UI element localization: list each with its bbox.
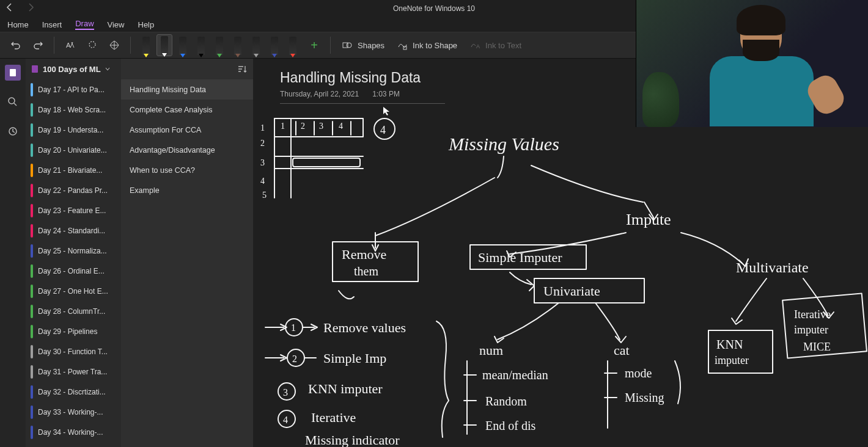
svg-rect-10 xyxy=(32,65,38,73)
recent-icon[interactable] xyxy=(5,123,21,139)
add-pen-icon[interactable]: + xyxy=(306,37,323,54)
pen-0[interactable] xyxy=(138,34,154,56)
svg-text:Simple Imp: Simple Imp xyxy=(323,351,386,366)
pen-4[interactable] xyxy=(211,34,227,56)
section-item[interactable]: Day 32 - Discrtizati... xyxy=(26,382,121,402)
svg-text:1: 1 xyxy=(260,123,265,133)
section-item[interactable]: Day 17 - API to Pa... xyxy=(26,79,121,100)
section-label: Day 34 - Working-... xyxy=(38,428,103,437)
svg-text:Random: Random xyxy=(485,394,527,408)
section-label: Day 19 - Understa... xyxy=(38,126,103,134)
svg-point-60 xyxy=(278,410,295,427)
section-item[interactable]: Day 33 - Working-... xyxy=(26,402,121,422)
page-item[interactable]: Assumption For CCA xyxy=(121,120,253,140)
section-label: Day 26 - Ordinal E... xyxy=(38,267,105,275)
pen-7[interactable] xyxy=(267,34,282,56)
text-tool-icon[interactable]: A xyxy=(62,37,79,54)
svg-text:mean/median: mean/median xyxy=(482,368,548,382)
section-item[interactable]: Day 30 - Function T... xyxy=(26,341,121,362)
svg-text:Iterative: Iterative xyxy=(794,308,831,321)
section-item[interactable]: Day 25 - Normaliza... xyxy=(26,241,121,261)
svg-text:2: 2 xyxy=(292,354,297,364)
back-arrow-icon[interactable] xyxy=(5,2,15,15)
pen-2[interactable] xyxy=(175,34,191,56)
page-item[interactable]: When to use CCA? xyxy=(121,160,253,180)
section-item[interactable]: Day 22 - Pandas Pr... xyxy=(26,180,121,200)
svg-text:MICE: MICE xyxy=(803,341,831,353)
section-item[interactable]: Day 28 - ColumnTr... xyxy=(26,301,121,321)
section-item[interactable]: Day 29 - Pipelines xyxy=(26,321,121,341)
section-item[interactable]: Day 20 - Univariate... xyxy=(26,140,121,160)
pen-1[interactable] xyxy=(156,34,172,56)
svg-text:cat: cat xyxy=(614,343,630,358)
svg-point-1 xyxy=(89,42,95,48)
section-item[interactable]: Day 23 - Feature E... xyxy=(26,200,121,220)
section-label: Day 30 - Function T... xyxy=(38,347,108,356)
menu-draw[interactable]: Draw xyxy=(75,19,94,30)
svg-text:3: 3 xyxy=(260,158,265,167)
svg-rect-39 xyxy=(470,245,586,269)
cursor-icon xyxy=(383,106,390,118)
menu-help[interactable]: Help xyxy=(138,20,155,29)
section-item[interactable]: Day 24 - Standardi... xyxy=(26,220,121,241)
pen-3[interactable] xyxy=(193,34,209,56)
page-time: 1:03 PM xyxy=(372,90,400,98)
section-item[interactable]: Day 27 - One Hot E... xyxy=(26,281,121,301)
section-label: Day 22 - Pandas Pr... xyxy=(38,186,108,195)
section-label: Day 23 - Feature E... xyxy=(38,206,106,215)
app-title: OneNote for Windows 10 xyxy=(393,4,475,13)
pan-tool-icon[interactable] xyxy=(106,37,123,54)
svg-text:A: A xyxy=(66,42,71,49)
menu-home[interactable]: Home xyxy=(7,20,29,29)
pen-8[interactable] xyxy=(285,34,301,56)
section-item[interactable]: Day 18 - Web Scra... xyxy=(26,100,121,120)
svg-text:Iterative: Iterative xyxy=(311,410,356,425)
ink-to-text-button: A Ink to Text xyxy=(466,40,525,51)
notebook-name: 100 Days of ML xyxy=(43,65,101,74)
page-item[interactable]: Handling Missing Data xyxy=(121,79,253,100)
undo-icon[interactable] xyxy=(7,37,24,54)
sort-icon[interactable] xyxy=(237,64,247,74)
search-icon[interactable] xyxy=(5,94,21,110)
svg-text:1: 1 xyxy=(291,322,296,333)
redo-icon[interactable] xyxy=(29,37,46,54)
notebook-header[interactable]: 100 Days of ML xyxy=(26,59,121,79)
svg-point-51 xyxy=(285,319,303,336)
svg-rect-35 xyxy=(333,242,418,282)
pen-5[interactable] xyxy=(230,34,246,56)
pen-6[interactable] xyxy=(248,34,264,56)
svg-text:imputer: imputer xyxy=(715,354,749,366)
section-item[interactable]: Day 21 - Bivariate... xyxy=(26,160,121,180)
section-item[interactable]: Day 19 - Understa... xyxy=(26,120,121,140)
section-item[interactable]: Day 31 - Power Tra... xyxy=(26,362,121,382)
svg-point-54 xyxy=(287,349,304,366)
svg-text:A: A xyxy=(476,43,480,49)
shapes-button[interactable]: Shapes xyxy=(338,40,388,51)
section-label: Day 28 - ColumnTr... xyxy=(38,307,105,316)
notebook-icon xyxy=(31,65,39,73)
svg-text:3: 3 xyxy=(283,387,288,398)
ink-to-shape-button[interactable]: Ink to Shape xyxy=(393,40,461,51)
svg-text:4: 4 xyxy=(339,122,343,131)
section-label: Day 18 - Web Scra... xyxy=(38,106,106,114)
svg-text:4: 4 xyxy=(260,176,265,186)
page-item[interactable]: Example xyxy=(121,180,253,200)
svg-text:Impute: Impute xyxy=(626,211,671,228)
page-date: Thursday, April 22, 2021 xyxy=(280,90,359,98)
section-label: Day 25 - Normaliza... xyxy=(38,247,107,255)
svg-text:Remove values: Remove values xyxy=(323,320,406,335)
page-item[interactable]: Advantage/Disadvantage xyxy=(121,140,253,160)
svg-text:End of dis: End of dis xyxy=(485,419,535,432)
ink-to-text-label: Ink to Text xyxy=(485,41,521,50)
left-rail xyxy=(0,59,26,447)
section-item[interactable]: Day 26 - Ordinal E... xyxy=(26,261,121,281)
notebooks-icon[interactable] xyxy=(5,65,21,81)
svg-text:4: 4 xyxy=(380,124,386,136)
section-item[interactable]: Day 34 - Working-... xyxy=(26,422,121,442)
page-item[interactable]: Complete Case Analysis xyxy=(121,100,253,120)
svg-rect-6 xyxy=(10,69,16,76)
svg-text:Multivariate: Multivariate xyxy=(736,260,809,275)
menu-view[interactable]: View xyxy=(108,20,125,29)
menu-insert[interactable]: Insert xyxy=(42,20,62,29)
lasso-tool-icon[interactable] xyxy=(84,37,101,54)
